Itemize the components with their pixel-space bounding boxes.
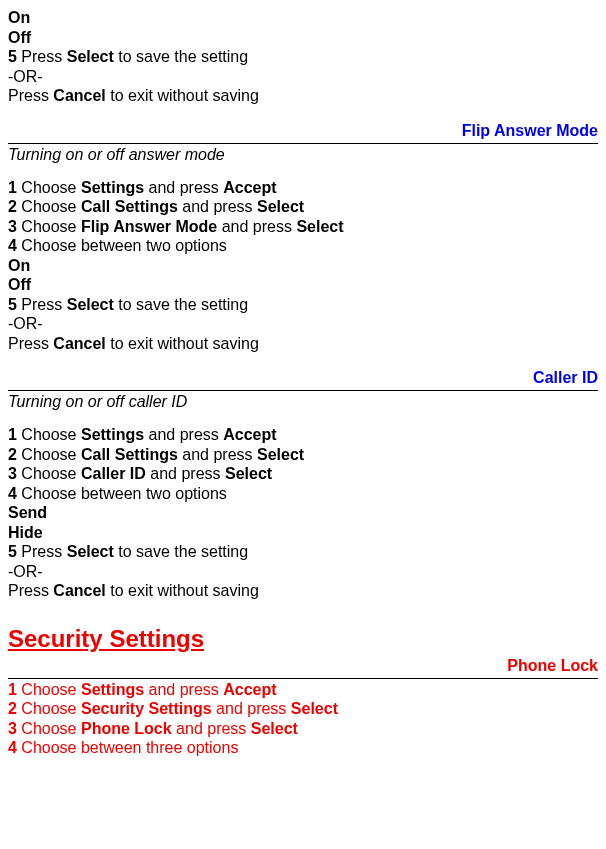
text: Press xyxy=(8,335,53,352)
key-cancel: Cancel xyxy=(53,335,105,352)
text: Choose between two options xyxy=(17,237,227,254)
major-heading-security-settings: Security Settings xyxy=(8,625,598,653)
step-number: 5 xyxy=(8,296,17,313)
step-3: 3 Choose Caller ID and press Select xyxy=(8,464,598,484)
text: Press xyxy=(8,87,53,104)
option-off: Off xyxy=(8,28,598,48)
key-accept: Accept xyxy=(223,179,276,196)
key-select: Select xyxy=(225,465,272,482)
section-phone-lock: 1 Choose Settings and press Accept 2 Cho… xyxy=(8,680,598,758)
text: and press xyxy=(146,465,225,482)
menu-caller-id: Caller ID xyxy=(81,465,146,482)
text: and press xyxy=(178,198,257,215)
section-caller-id: Turning on or off caller ID 1 Choose Set… xyxy=(8,393,598,601)
step-number: 2 xyxy=(8,700,17,717)
step-5-alt: Press Cancel to exit without saving xyxy=(8,581,598,601)
text: Choose xyxy=(17,218,81,235)
step-1: 1 Choose Settings and press Accept xyxy=(8,178,598,198)
text: and press xyxy=(172,720,251,737)
text: Press xyxy=(17,543,67,560)
step-number: 4 xyxy=(8,237,17,254)
step-number: 3 xyxy=(8,720,17,737)
text: and press xyxy=(144,179,223,196)
step-5-alt: Press Cancel to exit without saving xyxy=(8,334,598,354)
text: to exit without saving xyxy=(106,582,259,599)
key-select: Select xyxy=(257,198,304,215)
text: and press xyxy=(217,218,296,235)
key-accept: Accept xyxy=(223,681,276,698)
or-text: -OR- xyxy=(8,314,598,334)
menu-flip-answer-mode: Flip Answer Mode xyxy=(81,218,217,235)
text: Press xyxy=(17,48,67,65)
divider xyxy=(8,678,598,679)
option-on: On xyxy=(8,8,598,28)
text: Choose xyxy=(17,465,81,482)
menu-security-settings: Security Settings xyxy=(81,700,212,717)
step-2: 2 Choose Security Settings and press Sel… xyxy=(8,699,598,719)
key-select: Select xyxy=(67,543,114,560)
step-2: 2 Choose Call Settings and press Select xyxy=(8,197,598,217)
text: and press xyxy=(144,426,223,443)
key-select: Select xyxy=(251,720,298,737)
text: to exit without saving xyxy=(106,87,259,104)
step-4: 4 Choose between three options xyxy=(8,738,598,758)
text: Choose between two options xyxy=(17,485,227,502)
step-number: 2 xyxy=(8,446,17,463)
step-1: 1 Choose Settings and press Accept xyxy=(8,425,598,445)
step-number: 1 xyxy=(8,681,17,698)
text: Press xyxy=(17,296,67,313)
key-select: Select xyxy=(257,446,304,463)
step-2: 2 Choose Call Settings and press Select xyxy=(8,445,598,465)
text: Choose xyxy=(17,426,81,443)
or-text: -OR- xyxy=(8,562,598,582)
key-accept: Accept xyxy=(223,426,276,443)
step-number: 3 xyxy=(8,218,17,235)
section-0-tail: On Off 5 Press Select to save the settin… xyxy=(8,8,598,106)
subtitle: Turning on or off answer mode xyxy=(8,146,598,164)
text: Choose xyxy=(17,179,81,196)
step-number: 1 xyxy=(8,179,17,196)
menu-call-settings: Call Settings xyxy=(81,446,178,463)
step-number: 5 xyxy=(8,48,17,65)
option-hide: Hide xyxy=(8,523,598,543)
step-1: 1 Choose Settings and press Accept xyxy=(8,680,598,700)
text: Choose xyxy=(17,446,81,463)
step-5: 5 Press Select to save the setting xyxy=(8,542,598,562)
text: to exit without saving xyxy=(106,335,259,352)
text: to save the setting xyxy=(114,543,248,560)
step-4: 4 Choose between two options xyxy=(8,484,598,504)
step-number: 1 xyxy=(8,426,17,443)
text: Choose between three options xyxy=(17,739,238,756)
text: Choose xyxy=(17,681,81,698)
step-3: 3 Choose Phone Lock and press Select xyxy=(8,719,598,739)
step-5-alt: Press Cancel to exit without saving xyxy=(8,86,598,106)
option-send: Send xyxy=(8,503,598,523)
menu-settings: Settings xyxy=(81,681,144,698)
key-select: Select xyxy=(67,296,114,313)
text: and press xyxy=(178,446,257,463)
text: Choose xyxy=(17,700,81,717)
step-4: 4 Choose between two options xyxy=(8,236,598,256)
key-cancel: Cancel xyxy=(53,582,105,599)
text: to save the setting xyxy=(114,48,248,65)
menu-call-settings: Call Settings xyxy=(81,198,178,215)
step-number: 4 xyxy=(8,739,17,756)
option-off: Off xyxy=(8,275,598,295)
divider xyxy=(8,390,598,391)
key-cancel: Cancel xyxy=(53,87,105,104)
heading-phone-lock: Phone Lock xyxy=(8,655,598,677)
step-number: 3 xyxy=(8,465,17,482)
heading-caller-id: Caller ID xyxy=(8,367,598,389)
subtitle: Turning on or off caller ID xyxy=(8,393,598,411)
menu-settings: Settings xyxy=(81,426,144,443)
key-select: Select xyxy=(296,218,343,235)
text: Choose xyxy=(17,720,81,737)
key-select: Select xyxy=(67,48,114,65)
menu-phone-lock: Phone Lock xyxy=(81,720,172,737)
step-number: 2 xyxy=(8,198,17,215)
step-5: 5 Press Select to save the setting xyxy=(8,295,598,315)
section-flip-answer-mode: Turning on or off answer mode 1 Choose S… xyxy=(8,146,598,354)
text: and press xyxy=(212,700,291,717)
divider xyxy=(8,143,598,144)
text: Choose xyxy=(17,198,81,215)
